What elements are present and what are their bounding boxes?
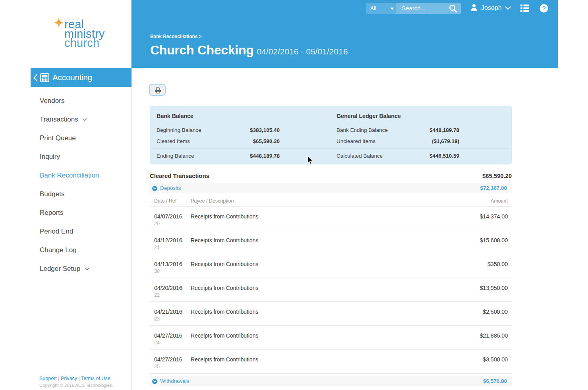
- svg-text:?: ?: [542, 5, 545, 12]
